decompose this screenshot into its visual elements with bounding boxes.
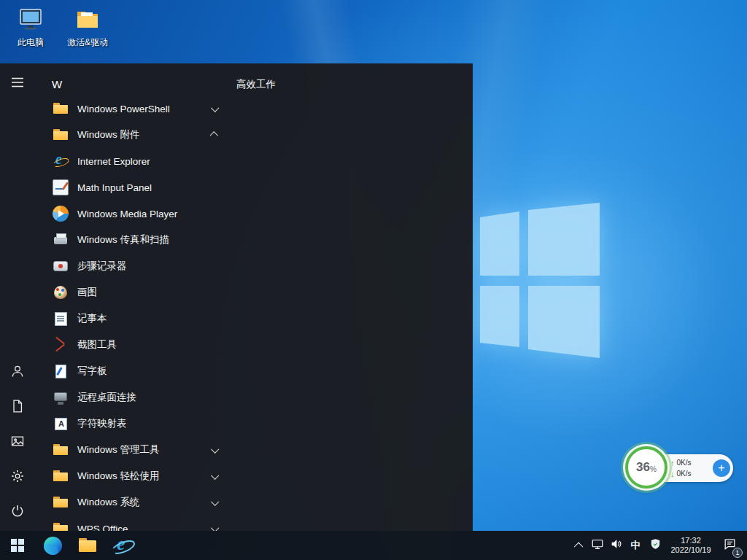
file-explorer-icon — [78, 537, 97, 553]
start-menu-item-steps-recorder[interactable]: 步骤记录器 — [35, 253, 231, 279]
app-label: WPS Office — [77, 524, 128, 532]
tray-input-method-button[interactable]: 中 — [626, 531, 645, 560]
start-button[interactable] — [0, 531, 35, 560]
start-menu: W 高效工作 Windows PowerShell Windows 附件 Int… — [0, 63, 473, 531]
pictures-icon — [10, 434, 25, 451]
start-menu-item-paint[interactable]: 画图 — [35, 279, 231, 306]
start-menu-item-internet-explorer[interactable]: Internet Explorer — [35, 148, 231, 174]
start-menu-item-remote-desktop[interactable]: 远程桌面连接 — [35, 384, 231, 411]
desktop-icon-label: 此电脑 — [18, 36, 44, 49]
desktop-icon-this-pc[interactable]: 此电脑 — [4, 6, 57, 49]
start-menu-item-wps-office[interactable]: WPS Office — [35, 516, 231, 531]
app-label: 写字板 — [77, 365, 107, 378]
app-label: 字符映射表 — [77, 417, 127, 430]
folder-icon — [53, 521, 69, 531]
app-label: Math Input Panel — [77, 182, 152, 193]
security-shield-icon — [649, 537, 662, 553]
expand-menu-button[interactable] — [0, 66, 35, 101]
tray-volume-button[interactable] — [607, 531, 626, 560]
app-label: Windows 系统 — [77, 496, 140, 509]
app-label: 记事本 — [77, 312, 107, 325]
plus-button[interactable]: + — [713, 459, 730, 477]
power-button[interactable] — [0, 495, 35, 530]
upload-speed-row: ↑ 0K/s — [670, 457, 692, 468]
desktop-icons: 此电脑 激活&驱动 — [4, 6, 114, 49]
start-menu-item-windows-powershell[interactable]: Windows PowerShell — [35, 96, 231, 122]
app-label: Windows PowerShell — [77, 104, 170, 114]
edge-icon — [44, 537, 62, 555]
app-list-letter-header[interactable]: W — [35, 71, 62, 98]
app-list: Windows PowerShell Windows 附件 Internet E… — [35, 96, 231, 531]
folder-icon — [53, 101, 69, 117]
character-map-icon — [53, 416, 69, 432]
app-label: 画图 — [77, 286, 97, 299]
desktop-icon-activation-driver[interactable]: 激活&驱动 — [61, 6, 114, 49]
user-icon — [10, 364, 25, 381]
speed-ball-widget[interactable]: ↑ 0K/s ↓ 0K/s + 36 % — [625, 446, 736, 493]
taskbar-edge-button[interactable] — [35, 531, 70, 560]
pictures-button[interactable] — [0, 425, 35, 460]
internet-explorer-icon — [53, 153, 69, 169]
document-icon — [10, 399, 25, 416]
math-input-panel-icon — [53, 179, 69, 195]
notification-badge: 1 — [732, 548, 743, 558]
start-menu-item-wordpad[interactable]: 写字板 — [35, 358, 231, 384]
clock-time: 17:32 — [665, 536, 716, 545]
snipping-tool-icon — [53, 337, 69, 353]
tray-network-button[interactable] — [588, 531, 607, 560]
chevron-down-icon — [211, 498, 219, 506]
chevron-down-icon — [211, 524, 219, 531]
network-icon — [591, 537, 604, 553]
start-menu-item-math-input-panel[interactable]: Math Input Panel — [35, 174, 231, 201]
chevron-up-icon — [573, 542, 583, 551]
start-menu-item-windows-admin-tools[interactable]: Windows 管理工具 — [35, 437, 231, 463]
taskbar-explorer-button[interactable] — [70, 531, 105, 560]
start-menu-item-windows-media-player[interactable]: Windows Media Player — [35, 201, 231, 227]
app-label: Windows Media Player — [77, 209, 177, 219]
speed-rows: ↑ 0K/s ↓ 0K/s — [670, 457, 692, 479]
start-menu-item-snipping-tool[interactable]: 截图工具 — [35, 332, 231, 358]
tray-clock[interactable]: 17:32 2022/10/19 — [665, 536, 716, 555]
windows-logo-icon — [11, 539, 24, 552]
taskbar-ie-button[interactable]: e — [105, 531, 140, 560]
percent-sign: % — [650, 465, 657, 473]
gear-icon — [10, 469, 25, 486]
folder-icon — [53, 494, 69, 510]
speaker-icon — [610, 537, 623, 553]
settings-button[interactable] — [0, 460, 35, 495]
app-label: Windows 传真和扫描 — [77, 233, 169, 246]
notepad-icon — [53, 311, 69, 327]
chevron-down-icon — [211, 446, 219, 454]
memory-percent-ball[interactable]: 36 % — [625, 446, 667, 489]
percent-value: 36 — [636, 460, 650, 475]
paint-icon — [53, 284, 69, 300]
tile-group-header[interactable]: 高效工作 — [236, 71, 276, 98]
app-label: Windows 附件 — [77, 128, 140, 141]
user-account-button[interactable] — [0, 355, 35, 390]
start-menu-item-windows-system[interactable]: Windows 系统 — [35, 489, 231, 516]
tray-show-hidden-icons-button[interactable] — [570, 531, 588, 560]
start-menu-item-character-map[interactable]: 字符映射表 — [35, 411, 231, 437]
download-speed-row: ↓ 0K/s — [670, 468, 692, 479]
documents-button[interactable] — [0, 390, 35, 425]
start-menu-item-notepad[interactable]: 记事本 — [35, 306, 231, 332]
system-tray: 中 17:32 2022/10/19 1 — [570, 531, 747, 560]
folder-icon — [74, 6, 101, 35]
start-menu-item-windows-accessories[interactable]: Windows 附件 — [35, 122, 231, 148]
chevron-down-icon — [211, 472, 219, 480]
folder-icon — [53, 442, 69, 458]
download-speed-value: 0K/s — [677, 470, 692, 478]
fax-scan-icon — [53, 232, 69, 248]
start-menu-item-windows-fax-scan[interactable]: Windows 传真和扫描 — [35, 227, 231, 253]
action-center-button[interactable]: 1 — [716, 531, 743, 560]
app-label: Internet Explorer — [77, 156, 150, 167]
start-menu-item-windows-ease-of-access[interactable]: Windows 轻松使用 — [35, 463, 231, 489]
folder-icon — [53, 468, 69, 484]
upload-arrow-icon: ↑ — [670, 459, 675, 467]
input-method-indicator: 中 — [631, 539, 640, 552]
app-label: 步骤记录器 — [77, 260, 127, 273]
taskbar: e 中 17:32 2022/10/19 — [0, 531, 747, 560]
folder-icon — [53, 127, 69, 143]
desktop-icon-label: 激活&驱动 — [67, 36, 108, 49]
tray-security-button[interactable] — [645, 531, 665, 560]
